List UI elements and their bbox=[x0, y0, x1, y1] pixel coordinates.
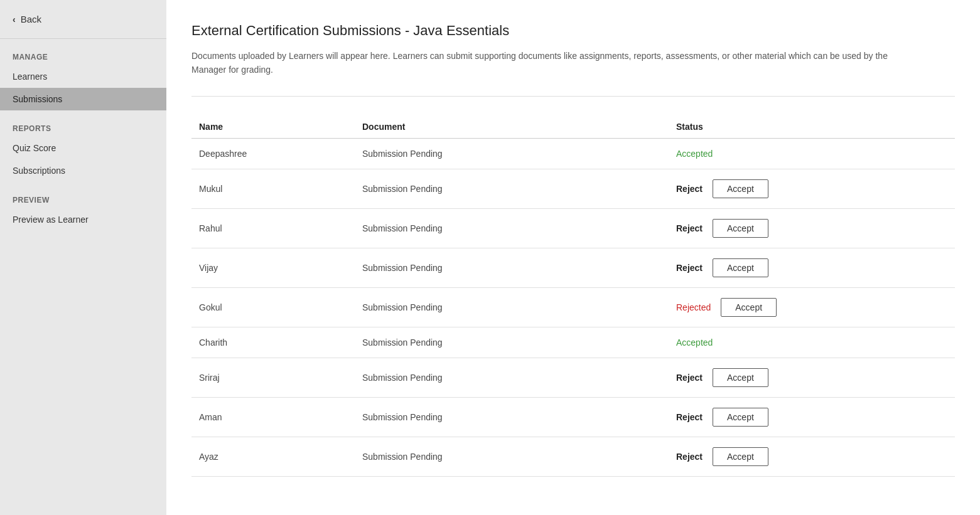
cell-document: Submission Pending bbox=[355, 358, 669, 397]
cell-document: Submission Pending bbox=[355, 437, 669, 476]
cell-document: Submission Pending bbox=[355, 327, 669, 358]
cell-name: Charith bbox=[191, 327, 355, 358]
status-actions: RejectedAccept bbox=[676, 298, 947, 317]
back-button[interactable]: ‹ Back bbox=[0, 0, 166, 39]
back-chevron-icon: ‹ bbox=[13, 14, 16, 24]
cell-document: Submission Pending bbox=[355, 248, 669, 287]
table-row: RahulSubmission PendingRejectAccept bbox=[191, 208, 955, 248]
cell-document: Submission Pending bbox=[355, 287, 669, 327]
cell-status: RejectAccept bbox=[669, 358, 955, 397]
table-row: CharithSubmission PendingAccepted bbox=[191, 327, 955, 358]
cell-document: Submission Pending bbox=[355, 208, 669, 248]
cell-name: Aman bbox=[191, 397, 355, 437]
cell-name: Deepashree bbox=[191, 138, 355, 169]
table-row: AmanSubmission PendingRejectAccept bbox=[191, 397, 955, 437]
cell-status: RejectAccept bbox=[669, 248, 955, 287]
submissions-table: Name Document Status DeepashreeSubmissio… bbox=[191, 115, 955, 477]
status-actions: RejectAccept bbox=[676, 219, 947, 238]
manage-section-label: MANAGE bbox=[0, 39, 166, 65]
cell-name: Mukul bbox=[191, 169, 355, 208]
status-actions: RejectAccept bbox=[676, 447, 947, 466]
sidebar-item-submissions[interactable]: Submissions bbox=[0, 88, 166, 110]
page-title: External Certification Submissions - Jav… bbox=[191, 23, 955, 39]
cell-name: Ayaz bbox=[191, 437, 355, 476]
col-header-name: Name bbox=[191, 115, 355, 139]
reject-button[interactable]: Reject bbox=[676, 412, 703, 422]
cell-status: RejectAccept bbox=[669, 208, 955, 248]
cell-status: RejectAccept bbox=[669, 397, 955, 437]
reject-button[interactable]: Reject bbox=[676, 263, 703, 273]
accept-button[interactable]: Accept bbox=[713, 447, 768, 466]
back-label: Back bbox=[21, 14, 41, 24]
reject-button[interactable]: Reject bbox=[676, 373, 703, 383]
sidebar-item-subscriptions[interactable]: Subscriptions bbox=[0, 159, 166, 182]
cell-name: Sriraj bbox=[191, 358, 355, 397]
status-rejected: Rejected bbox=[676, 302, 711, 312]
cell-document: Submission Pending bbox=[355, 397, 669, 437]
reject-button[interactable]: Reject bbox=[676, 223, 703, 233]
accept-button[interactable]: Accept bbox=[721, 298, 777, 317]
col-header-document: Document bbox=[355, 115, 669, 139]
cell-status: RejectedAccept bbox=[669, 287, 955, 327]
table-row: SrirajSubmission PendingRejectAccept bbox=[191, 358, 955, 397]
cell-document: Submission Pending bbox=[355, 138, 669, 169]
accept-button[interactable]: Accept bbox=[713, 368, 768, 387]
page-description: Documents uploaded by Learners will appe… bbox=[191, 49, 913, 77]
cell-status: RejectAccept bbox=[669, 169, 955, 208]
table-row: AyazSubmission PendingRejectAccept bbox=[191, 437, 955, 476]
table-row: DeepashreeSubmission PendingAccepted bbox=[191, 138, 955, 169]
cell-name: Rahul bbox=[191, 208, 355, 248]
accept-button[interactable]: Accept bbox=[713, 179, 768, 198]
cell-status: Accepted bbox=[669, 327, 955, 358]
main-content: External Certification Submissions - Jav… bbox=[166, 0, 980, 515]
cell-document: Submission Pending bbox=[355, 169, 669, 208]
accept-button[interactable]: Accept bbox=[713, 258, 768, 277]
cell-name: Vijay bbox=[191, 248, 355, 287]
divider bbox=[191, 96, 955, 97]
reports-section-label: REPORTS bbox=[0, 110, 166, 137]
sidebar-item-quiz-score[interactable]: Quiz Score bbox=[0, 137, 166, 159]
status-actions: RejectAccept bbox=[676, 258, 947, 277]
accept-button[interactable]: Accept bbox=[713, 408, 768, 427]
sidebar: ‹ Back MANAGE Learners Submissions REPOR… bbox=[0, 0, 166, 515]
status-accepted: Accepted bbox=[676, 149, 713, 159]
status-actions: RejectAccept bbox=[676, 179, 947, 198]
reject-button[interactable]: Reject bbox=[676, 452, 703, 462]
cell-name: Gokul bbox=[191, 287, 355, 327]
status-actions: RejectAccept bbox=[676, 408, 947, 427]
table-row: VijaySubmission PendingRejectAccept bbox=[191, 248, 955, 287]
sidebar-item-learners[interactable]: Learners bbox=[0, 65, 166, 88]
cell-status: RejectAccept bbox=[669, 437, 955, 476]
accept-button[interactable]: Accept bbox=[713, 219, 768, 238]
col-header-status: Status bbox=[669, 115, 955, 139]
table-row: MukulSubmission PendingRejectAccept bbox=[191, 169, 955, 208]
sidebar-item-preview-as-learner[interactable]: Preview as Learner bbox=[0, 208, 166, 231]
reject-button[interactable]: Reject bbox=[676, 184, 703, 194]
cell-status: Accepted bbox=[669, 138, 955, 169]
status-accepted: Accepted bbox=[676, 337, 713, 348]
table-row: GokulSubmission PendingRejectedAccept bbox=[191, 287, 955, 327]
status-actions: RejectAccept bbox=[676, 368, 947, 387]
preview-section-label: PREVIEW bbox=[0, 182, 166, 208]
